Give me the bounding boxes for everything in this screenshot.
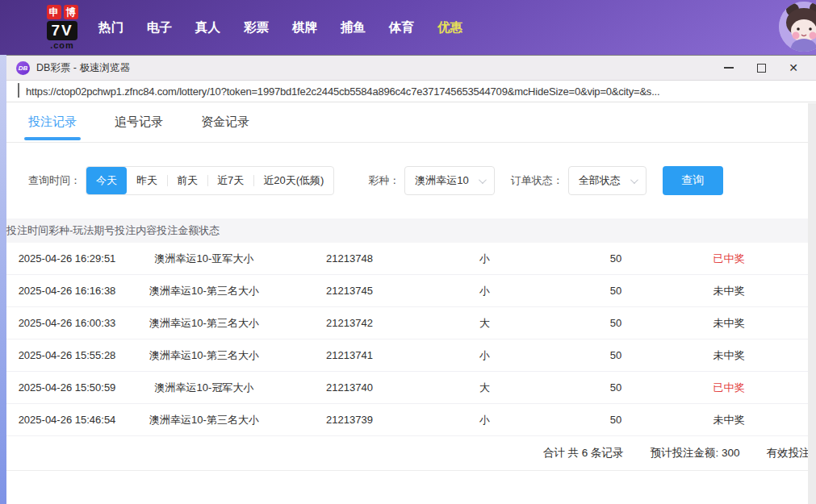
bet-records-table: 投注时间 彩种-玩法 期号 投注内容 投注金额 状态 2025-04-26 16… bbox=[6, 219, 816, 471]
user-avatar[interactable] bbox=[779, 2, 816, 52]
time-filter-label: 查询时间： bbox=[28, 173, 81, 188]
tab-item[interactable]: 资金记录 bbox=[201, 102, 249, 143]
cell-bet-content: 大 bbox=[418, 316, 551, 331]
cell-bet-amount: 50 bbox=[551, 349, 680, 361]
site-header: 申 博 7V .com 热门 电子 真人 彩票 棋牌 捕鱼 体育 优惠 bbox=[0, 0, 816, 55]
column-header: 期号 bbox=[94, 223, 115, 238]
time-range-option[interactable]: 近7天 bbox=[207, 167, 253, 194]
nav-item[interactable]: 体育 bbox=[389, 19, 414, 36]
chevron-down-icon bbox=[630, 176, 638, 184]
time-range-option[interactable]: 前天 bbox=[167, 167, 207, 194]
cell-game-play: 澳洲幸运10-第三名大小 bbox=[128, 348, 281, 363]
lottery-select[interactable]: 澳洲幸运10 bbox=[404, 166, 494, 195]
nav-item[interactable]: 热门 bbox=[98, 19, 123, 36]
maximize-button[interactable] bbox=[745, 57, 777, 78]
nav-item[interactable]: 彩票 bbox=[244, 19, 269, 36]
column-header: 彩种-玩法 bbox=[48, 223, 94, 238]
cell-status: 已中奖 bbox=[680, 252, 777, 266]
filter-bar: 查询时间： 今天 昨天 前天 近7天 近20天(低频) 彩种： 澳洲幸运10 bbox=[28, 166, 816, 195]
close-button[interactable]: ✕ bbox=[777, 57, 810, 78]
time-range-option[interactable]: 昨天 bbox=[127, 167, 167, 194]
cell-status: 未中奖 bbox=[680, 316, 777, 331]
lottery-filter-label: 彩种： bbox=[368, 173, 400, 188]
lock-icon bbox=[18, 84, 19, 98]
cell-bet-time: 2025-04-26 15:50:59 bbox=[6, 381, 128, 394]
url-text: https://ctop02pchwp1.zfnc84.com/lottery/… bbox=[26, 85, 659, 98]
cell-status: 未中奖 bbox=[680, 284, 777, 298]
table-header: 投注时间 彩种-玩法 期号 投注内容 投注金额 状态 bbox=[6, 219, 816, 243]
cell-bet-amount: 50 bbox=[551, 285, 680, 297]
nav-item[interactable]: 棋牌 bbox=[292, 19, 317, 36]
cell-bet-content: 小 bbox=[418, 348, 551, 363]
nav-item[interactable]: 电子 bbox=[147, 19, 172, 36]
cell-bet-time: 2025-04-26 15:55:28 bbox=[6, 349, 128, 361]
lottery-select-value: 澳洲幸运10 bbox=[415, 173, 468, 188]
cell-bet-content: 小 bbox=[418, 413, 551, 427]
db-favicon: DB bbox=[16, 61, 30, 75]
main-nav: 热门 电子 真人 彩票 棋牌 捕鱼 体育 优惠 bbox=[98, 19, 462, 36]
minimize-button[interactable] bbox=[713, 57, 745, 78]
cell-bet-content: 小 bbox=[418, 252, 551, 266]
column-header: 投注金额 bbox=[157, 223, 199, 238]
table-row: 2025-04-26 15:46:54 澳洲幸运10-第三名大小 2121373… bbox=[6, 404, 816, 436]
vertical-scrollbar[interactable] bbox=[808, 103, 816, 504]
cell-bet-amount: 50 bbox=[551, 414, 680, 426]
time-range-option[interactable]: 今天 bbox=[86, 167, 127, 194]
status-filter-label: 订单状态： bbox=[511, 173, 563, 188]
cell-game-play: 澳洲幸运10-冠军大小 bbox=[128, 381, 281, 395]
table-body: 2025-04-26 16:29:51 澳洲幸运10-亚军大小 21213748… bbox=[6, 243, 816, 436]
cell-status: 未中奖 bbox=[680, 413, 777, 427]
cell-bet-amount: 50 bbox=[551, 381, 680, 394]
table-summary: 合计 共 6 条记录 预计投注金额: 300 有效投注金 bbox=[6, 436, 816, 471]
cell-bet-time: 2025-04-26 16:16:38 bbox=[6, 285, 128, 297]
cell-bet-amount: 50 bbox=[551, 317, 680, 329]
window-title: DB彩票 - 极速浏览器 bbox=[36, 61, 713, 75]
nav-item[interactable]: 捕鱼 bbox=[341, 19, 366, 36]
table-row: 2025-04-26 16:16:38 澳洲幸运10-第三名大小 2121374… bbox=[6, 275, 816, 307]
time-range-group: 今天 昨天 前天 近7天 近20天(低频) bbox=[86, 166, 334, 195]
table-row: 2025-04-26 16:29:51 澳洲幸运10-亚军大小 21213748… bbox=[6, 243, 816, 275]
page-content: 投注记录 追号记录 资金记录 查询时间： 今天 昨天 前天 近7天 近20天(低… bbox=[6, 102, 816, 503]
order-status-select[interactable]: 全部状态 bbox=[568, 166, 647, 195]
search-button[interactable]: 查询 bbox=[663, 166, 723, 195]
column-header: 投注时间 bbox=[6, 223, 48, 238]
cell-issue: 21213748 bbox=[281, 252, 418, 264]
cell-issue: 21213742 bbox=[281, 317, 418, 329]
cell-status: 已中奖 bbox=[680, 381, 777, 395]
maximize-icon bbox=[757, 64, 766, 73]
cell-game-play: 澳洲幸运10-第三名大小 bbox=[128, 413, 281, 427]
address-bar[interactable]: https://ctop02pchwp1.zfnc84.com/lottery/… bbox=[6, 81, 816, 102]
logo-brand: 7V bbox=[47, 21, 77, 40]
cell-bet-time: 2025-04-26 16:00:33 bbox=[6, 317, 128, 329]
tab-item[interactable]: 追号记录 bbox=[115, 102, 163, 143]
time-range-option[interactable]: 近20天(低频) bbox=[253, 167, 333, 194]
table-row: 2025-04-26 16:00:33 澳洲幸运10-第三名大小 2121374… bbox=[6, 307, 816, 339]
chevron-down-icon bbox=[479, 176, 487, 184]
window-controls: ✕ bbox=[713, 57, 810, 78]
summary-expected-amount: 预计投注金额: 300 bbox=[650, 446, 739, 460]
avatar-illustration bbox=[779, 2, 816, 52]
site-logo[interactable]: 申 博 7V .com bbox=[37, 5, 87, 50]
close-icon: ✕ bbox=[789, 62, 798, 73]
cell-bet-time: 2025-04-26 16:29:51 bbox=[6, 252, 128, 264]
table-row: 2025-04-26 15:55:28 澳洲幸运10-第三名大小 2121374… bbox=[6, 339, 816, 372]
cell-game-play: 澳洲幸运10-第三名大小 bbox=[128, 316, 281, 331]
cell-bet-content: 大 bbox=[418, 381, 551, 395]
cell-game-play: 澳洲幸运10-亚军大小 bbox=[128, 252, 281, 266]
browser-window: DB DB彩票 - 极速浏览器 ✕ https://ctop02pchwp1.z… bbox=[6, 55, 816, 504]
desktop-background-strip bbox=[0, 55, 6, 504]
column-header: 状态 bbox=[199, 223, 220, 238]
cell-game-play: 澳洲幸运10-第三名大小 bbox=[128, 284, 281, 298]
cell-status: 未中奖 bbox=[680, 348, 777, 363]
cell-issue: 21213740 bbox=[281, 381, 418, 394]
tab-item[interactable]: 投注记录 bbox=[28, 102, 77, 143]
nav-item[interactable]: 真人 bbox=[195, 19, 220, 36]
record-tabs: 投注记录 追号记录 资金记录 bbox=[6, 102, 816, 143]
cell-bet-content: 小 bbox=[418, 284, 551, 298]
logo-badges: 申 博 bbox=[47, 5, 78, 19]
nav-item[interactable]: 优惠 bbox=[437, 19, 462, 36]
logo-domain: .com bbox=[50, 40, 74, 50]
cell-issue: 21213745 bbox=[281, 285, 418, 297]
order-status-value: 全部状态 bbox=[579, 173, 621, 188]
window-titlebar: DB DB彩票 - 极速浏览器 ✕ bbox=[6, 55, 816, 81]
